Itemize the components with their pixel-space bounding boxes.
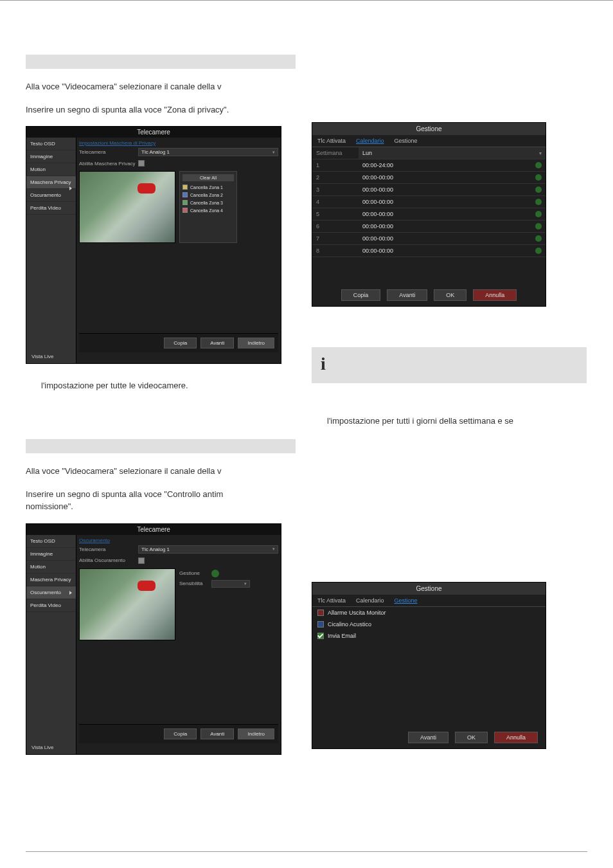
enable-privacy-label: Abilita Maschera Privacy bbox=[79, 161, 138, 167]
chevron-down-icon: ▾ bbox=[272, 150, 275, 155]
time-range-field[interactable]: 00:00-00:00 bbox=[359, 196, 546, 208]
monitor-alarm-label: Allarme Uscita Monitor bbox=[328, 610, 386, 616]
vista-live-link[interactable]: Vista Live bbox=[26, 350, 76, 363]
chevron-down-icon: ▾ bbox=[244, 581, 247, 586]
zone1-button[interactable]: Cancella Zona 1 bbox=[190, 185, 223, 190]
gear-icon[interactable] bbox=[535, 162, 542, 168]
tab-tlc-attivata[interactable]: Tlc Attivata bbox=[312, 135, 351, 147]
camera-label: Telecamera bbox=[79, 547, 138, 552]
gear-icon[interactable] bbox=[535, 211, 542, 217]
sidebar-item-oscuramento[interactable]: Oscuramento bbox=[26, 189, 76, 202]
sidebar-item-perdita-video[interactable]: Perdita Video bbox=[26, 202, 76, 215]
breadcrumb[interactable]: Impostazioni Maschera di Privacy bbox=[79, 140, 278, 146]
time-range-value: 00:00-00:00 bbox=[362, 223, 393, 230]
time-range-field[interactable]: 00:00-00:00 bbox=[359, 233, 546, 244]
zone2-button[interactable]: Cancella Zona 2 bbox=[190, 193, 223, 197]
time-range-field[interactable]: 00:00-00:00 bbox=[359, 184, 546, 195]
avanti-button[interactable]: Avanti bbox=[408, 732, 449, 743]
tab-tlc-attivata[interactable]: Tlc Attivata bbox=[312, 595, 351, 606]
indietro-button[interactable]: Indietro bbox=[238, 728, 274, 739]
calendar-row: 700:00-00:00 bbox=[312, 233, 546, 245]
sidebar-item-maschera-privacy[interactable]: Maschera Privacy bbox=[26, 176, 76, 189]
indietro-button[interactable]: Indietro bbox=[238, 338, 274, 348]
sidebar-item-perdita-video[interactable]: Perdita Video bbox=[26, 599, 76, 612]
sidebar-item-maschera-privacy[interactable]: Maschera Privacy bbox=[26, 574, 76, 586]
calendar-row: 200:00-00:00 bbox=[312, 172, 546, 184]
row-index: 5 bbox=[312, 208, 359, 220]
buzzer-checkbox[interactable] bbox=[317, 621, 324, 628]
ok-button[interactable]: OK bbox=[455, 732, 488, 743]
instr-tamper-2a: Inserire un segno di spunta alla voce "C… bbox=[26, 489, 223, 499]
gear-icon[interactable] bbox=[535, 174, 542, 181]
camera-select[interactable]: Tlc Analog 1 ▾ bbox=[138, 545, 278, 554]
zone1-swatch bbox=[182, 185, 188, 190]
sidebar-item-testo-osd[interactable]: Testo OSD bbox=[26, 138, 76, 150]
email-checkbox[interactable] bbox=[317, 633, 324, 639]
zone2-swatch bbox=[182, 192, 188, 197]
camera-preview[interactable] bbox=[79, 171, 175, 243]
monitor-alarm-checkbox[interactable] bbox=[317, 610, 324, 616]
zone-panel: Clear All Cancella Zona 1 Cancella Zona … bbox=[179, 171, 237, 243]
breadcrumb[interactable]: Oscuramento bbox=[79, 538, 278, 543]
sensitivity-select[interactable]: ▾ bbox=[211, 580, 250, 588]
annulla-button[interactable]: Annulla bbox=[494, 732, 538, 743]
sidebar-item-motion[interactable]: Motion bbox=[26, 561, 76, 574]
tab-calendario[interactable]: Calendario bbox=[351, 135, 389, 147]
avanti-button[interactable]: Avanti bbox=[387, 289, 427, 301]
enable-privacy-checkbox[interactable] bbox=[138, 160, 145, 167]
time-range-field[interactable]: 00:00-24:00 bbox=[359, 159, 546, 171]
gestione-label: Gestione bbox=[179, 570, 211, 576]
copia-button[interactable]: Copia bbox=[164, 728, 197, 739]
ok-button[interactable]: OK bbox=[434, 289, 466, 301]
time-range-field[interactable]: 00:00-00:00 bbox=[359, 245, 546, 257]
time-range-value: 00:00-24:00 bbox=[362, 162, 393, 168]
camera-preview[interactable] bbox=[79, 568, 175, 640]
app-privacy: Telecamere Testo OSD Immagine Motion Mas… bbox=[26, 126, 281, 364]
time-range-field[interactable]: 00:00-00:00 bbox=[359, 221, 546, 232]
instr-tamper-2: Inserire un segno di spunta alla voce "C… bbox=[26, 488, 296, 513]
week-value: Lun bbox=[362, 150, 372, 156]
camera-select[interactable]: Tlc Analog 1 ▾ bbox=[138, 148, 278, 156]
row-index: 7 bbox=[312, 233, 359, 244]
avanti-button[interactable]: Avanti bbox=[200, 338, 234, 348]
calendar-row: 800:00-00:00 bbox=[312, 245, 546, 257]
app-title: Telecamere bbox=[26, 127, 281, 138]
time-range-field[interactable]: 00:00-00:00 bbox=[359, 208, 546, 220]
time-range-value: 00:00-00:00 bbox=[362, 186, 393, 193]
time-range-field[interactable]: 00:00-00:00 bbox=[359, 172, 546, 183]
avanti-button[interactable]: Avanti bbox=[200, 728, 234, 739]
sidebar-item-testo-osd[interactable]: Testo OSD bbox=[26, 535, 76, 548]
buzzer-label: Cicalino Acustico bbox=[328, 621, 371, 628]
enable-tamper-label: Abilita Oscuramento bbox=[79, 557, 138, 563]
enable-tamper-checkbox[interactable] bbox=[138, 557, 145, 564]
gestione-calendar-dialog: Gestione Tlc Attivata Calendario Gestion… bbox=[312, 122, 546, 307]
sensitivity-label: Sensibilità bbox=[179, 581, 211, 586]
zone4-button[interactable]: Cancella Zona 4 bbox=[190, 208, 223, 213]
gear-icon[interactable] bbox=[535, 223, 542, 230]
week-select[interactable]: Lun ▾ bbox=[359, 147, 546, 159]
copia-button[interactable]: Copia bbox=[341, 289, 381, 301]
sidebar-item-immagine[interactable]: Immagine bbox=[26, 150, 76, 163]
calendar-row: 400:00-00:00 bbox=[312, 196, 546, 208]
vista-live-link[interactable]: Vista Live bbox=[26, 741, 76, 754]
gear-icon[interactable] bbox=[535, 186, 542, 193]
gear-icon[interactable] bbox=[211, 570, 219, 577]
row-index: 2 bbox=[312, 172, 359, 183]
sidebar-item-immagine[interactable]: Immagine bbox=[26, 548, 76, 561]
zone3-button[interactable]: Cancella Zona 3 bbox=[190, 201, 223, 205]
sidebar-item-oscuramento[interactable]: Oscuramento bbox=[26, 586, 76, 599]
copia-button[interactable]: Copia bbox=[164, 338, 197, 348]
info-icon: i bbox=[321, 354, 326, 374]
copy-all-cameras-note: l'impostazione per tutte le videocamere. bbox=[26, 379, 296, 392]
tab-calendario[interactable]: Calendario bbox=[351, 595, 389, 606]
row-index: 8 bbox=[312, 245, 359, 257]
clear-all-button[interactable]: Clear All bbox=[182, 174, 234, 181]
annulla-button[interactable]: Annulla bbox=[473, 289, 517, 301]
sidebar-item-motion[interactable]: Motion bbox=[26, 163, 76, 176]
gear-icon[interactable] bbox=[535, 235, 542, 242]
gear-icon[interactable] bbox=[535, 248, 542, 254]
tab-gestione[interactable]: Gestione bbox=[389, 595, 423, 606]
tab-gestione[interactable]: Gestione bbox=[389, 135, 423, 147]
info-box: i bbox=[312, 347, 587, 383]
gear-icon[interactable] bbox=[535, 199, 542, 205]
